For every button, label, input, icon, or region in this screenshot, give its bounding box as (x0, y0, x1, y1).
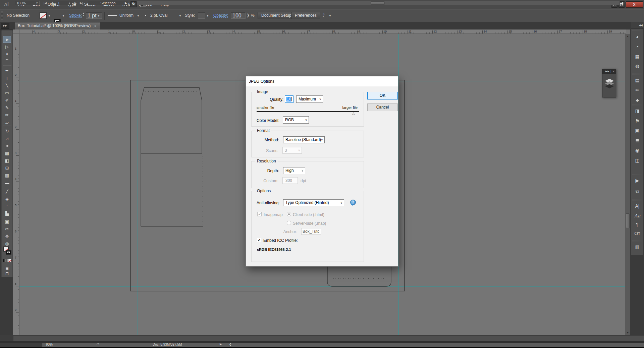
horizontal-ruler[interactable]: 4321012345678910111213141516171819 (19, 29, 626, 34)
color-panel-icon[interactable]: ◕ (633, 32, 642, 41)
gradient-panel-icon[interactable]: ▤ (633, 76, 642, 84)
none-mode-icon[interactable] (9, 259, 11, 262)
vertical-ruler[interactable]: 1012345678910 (13, 34, 19, 335)
status-display-field[interactable]: Selection (88, 1, 128, 5)
brush-value[interactable]: 2 pt. Oval (150, 13, 167, 18)
zoom-tool[interactable]: ◎ (3, 240, 11, 247)
actions-panel-icon[interactable]: ▶ (633, 177, 642, 185)
fill-color-dropdown-icon[interactable]: ▼ (62, 14, 65, 17)
anti-aliasing-dropdown[interactable]: Type Optimized (Hinted)∨ (283, 199, 344, 206)
scroll-up-icon[interactable]: ▲ (625, 35, 630, 38)
first-artboard-icon[interactable]: |◀ (44, 1, 47, 5)
info-icon[interactable]: i (350, 200, 356, 205)
shape-builder-tool[interactable]: ◧ (3, 157, 11, 164)
brushes-panel-icon[interactable]: ✑ (633, 86, 642, 94)
blob-brush-tool[interactable]: ✏ (3, 112, 11, 119)
previous-artboard-icon[interactable]: ◀ (51, 1, 53, 5)
type-tool[interactable]: T (3, 75, 11, 82)
artboard-tool[interactable]: ▣ (3, 218, 11, 225)
opacity-panel-link[interactable]: Opacity: (213, 13, 228, 18)
opacity-spinner-icon[interactable]: ❯ (247, 13, 250, 17)
blend-tool[interactable]: ◈ (3, 195, 11, 202)
magic-wand-tool[interactable]: ✦ (3, 51, 11, 58)
variable-width-value[interactable]: Uniform (119, 13, 133, 18)
mini-panel-header[interactable]: ▶▶ | ✕ (602, 69, 616, 74)
color-model-dropdown[interactable]: RGB∨ (283, 116, 309, 124)
mesh-tool[interactable]: ▦ (3, 172, 11, 179)
direct-selection-tool[interactable]: ▷ (3, 43, 11, 50)
fill-stroke-indicator[interactable] (3, 247, 12, 257)
horizontal-scrollbar[interactable] (137, 1, 620, 5)
stroke-weight-stepper[interactable]: ▲▼ (83, 12, 85, 17)
free-transform-tool[interactable]: ▩ (3, 150, 11, 157)
depth-dropdown[interactable]: High∨ (283, 167, 305, 174)
change-screen-mode-icon[interactable]: ❐ (3, 270, 11, 277)
stroke-swatch-black[interactable] (6, 250, 11, 255)
style-dropdown-icon[interactable]: ▼ (206, 14, 209, 17)
artboards-panel-icon[interactable]: ▥ (633, 243, 642, 251)
color-mode-bar[interactable] (3, 259, 12, 262)
artboard-number-dropdown[interactable]: 1∨ (56, 1, 72, 5)
dock-group-grip[interactable] (633, 174, 642, 175)
quality-slider-track[interactable] (257, 111, 359, 112)
embed-icc-checkbox[interactable]: ✓ (257, 238, 261, 242)
selection-tool[interactable]: ➤ (3, 36, 11, 43)
ok-button[interactable]: OK (367, 92, 398, 99)
stroke-color-swatch[interactable] (40, 12, 47, 19)
rectangle-tool[interactable]: ▭ (3, 89, 11, 96)
perspective-grid-tool[interactable]: ⊞ (3, 164, 11, 171)
brush-dropdown-icon[interactable]: ▼ (179, 14, 181, 17)
hand-tool[interactable]: ✥ (3, 233, 11, 240)
cursor-options-icon[interactable]: ⤴ (323, 13, 325, 18)
scroll-left-icon[interactable]: ❮ (132, 1, 135, 5)
slice-tool[interactable]: ✂ (3, 225, 11, 232)
status-menu-icon[interactable]: ▶ (125, 1, 127, 5)
pathfinder-panel-icon[interactable]: ◫ (633, 156, 642, 164)
align-panel-icon[interactable]: ⚑ (633, 117, 642, 125)
paintbrush-tool[interactable]: ✐ (3, 97, 11, 104)
color-guide-panel-icon[interactable]: ◔ (633, 43, 642, 51)
scale-tool[interactable]: ⊿ (3, 135, 11, 142)
dock-group-grip[interactable] (633, 240, 642, 241)
eyedropper-tool[interactable]: ╱ (3, 188, 11, 195)
cursor-options-dropdown-icon[interactable]: ▼ (329, 14, 331, 17)
paragraph-panel-icon[interactable]: ¶ (633, 220, 642, 228)
method-dropdown[interactable]: Baseline (Standard)∨ (283, 136, 325, 143)
stroke-panel-icon[interactable]: ≣ (633, 137, 642, 145)
expand-panels-icon[interactable]: ▶▶ (1, 23, 9, 29)
dialog-title-bar[interactable]: JPEG Options (246, 76, 398, 86)
control-bar-grip[interactable] (1, 11, 3, 20)
eraser-tool[interactable]: ▱ (3, 119, 11, 126)
mini-panel-close-icon[interactable]: ✕ (612, 70, 615, 72)
dock-group-grip[interactable] (633, 199, 642, 201)
line-segment-tool[interactable]: ╲ (3, 82, 11, 89)
pencil-tool[interactable]: ✎ (3, 104, 11, 111)
symbols-panel-icon[interactable]: ♣ (633, 96, 642, 104)
gradient-mode-icon[interactable] (6, 259, 8, 262)
pen-tool[interactable]: ✒ (3, 67, 11, 74)
character-styles-panel-icon[interactable]: Aa (633, 212, 642, 220)
last-artboard-icon[interactable]: ▶| (80, 1, 83, 5)
document-tab[interactable]: Box_Tutorial.ai* @ 103% (RGB/Preview) x (15, 22, 100, 29)
dock-group-grip[interactable] (633, 104, 642, 106)
opentype-panel-icon[interactable]: Oᴛ (633, 229, 642, 237)
transform-panel-icon[interactable]: ▣ (633, 127, 642, 135)
quality-input[interactable]: 10 (285, 95, 293, 103)
preferences-button[interactable]: Preferences (291, 12, 320, 19)
vertical-scrollbar[interactable]: ▲ ▼ (625, 34, 630, 335)
collapse-panels-icon[interactable]: ◀◀ (631, 22, 644, 29)
quality-slider-handle[interactable]: △ (352, 112, 355, 115)
layers-stack-icon[interactable] (602, 76, 616, 93)
mini-panel-expand-icon[interactable]: ▶▶ (605, 70, 610, 72)
stroke-panel-link[interactable]: Stroke: (69, 13, 82, 18)
scroll-right-icon[interactable]: ❯ (621, 1, 624, 5)
document-setup-button[interactable]: Document Setup (258, 12, 295, 19)
symbol-sprayer-tool[interactable]: ∴ (3, 203, 11, 210)
dock-group-grip[interactable] (633, 73, 642, 75)
stroke-weight-dropdown-icon[interactable]: ▼ (97, 14, 100, 17)
zoom-level-dropdown[interactable]: 103%∨ (15, 1, 40, 5)
width-tool[interactable]: ≈ (3, 142, 11, 149)
quality-preset-dropdown[interactable]: Maximum∨ (296, 95, 323, 103)
scroll-down-icon[interactable]: ▼ (625, 331, 630, 334)
links-panel-icon[interactable]: ⧉ (633, 187, 642, 195)
